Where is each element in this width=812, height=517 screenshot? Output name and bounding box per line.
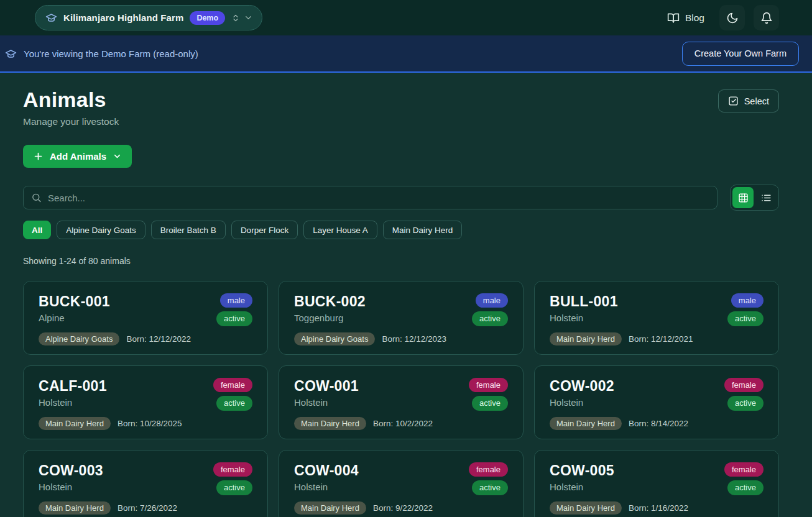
animal-breed: Toggenburg xyxy=(294,313,366,323)
theme-toggle-button[interactable] xyxy=(719,5,745,30)
blog-label: Blog xyxy=(685,12,704,24)
born-date: Born: 12/12/2022 xyxy=(126,334,191,344)
status-badge: active xyxy=(216,396,252,410)
filter-chip-label: Alpine Dairy Goats xyxy=(66,226,136,235)
sex-badge: female xyxy=(469,462,508,477)
filter-chip-label: Main Dairy Herd xyxy=(392,226,453,235)
check-square-icon xyxy=(728,96,739,106)
animal-card[interactable]: BUCK-001 Alpine male active Alpine Dairy… xyxy=(23,281,268,355)
page-title: Animals xyxy=(23,88,119,112)
graduation-cap-icon xyxy=(5,48,17,60)
animal-grid: BUCK-001 Alpine male active Alpine Dairy… xyxy=(23,281,779,517)
born-date: Born: 7/26/2022 xyxy=(118,503,177,513)
select-label: Select xyxy=(744,96,769,106)
status-badge: active xyxy=(472,480,508,495)
bell-icon xyxy=(760,12,773,24)
group-tag: Main Dairy Herd xyxy=(39,501,111,515)
sex-badge: female xyxy=(213,378,252,392)
animal-id: BUCK-002 xyxy=(294,293,366,310)
animal-id: COW-003 xyxy=(39,462,103,479)
graduation-cap-icon xyxy=(45,12,57,24)
status-badge: active xyxy=(216,311,252,326)
filter-chip[interactable]: Broiler Batch B xyxy=(151,221,226,239)
demo-banner: You're viewing the Demo Farm (read-only)… xyxy=(0,35,812,73)
blog-link[interactable]: Blog xyxy=(661,7,711,29)
filter-chip-label: All xyxy=(32,226,42,235)
search-input[interactable] xyxy=(23,186,717,209)
group-tag: Main Dairy Herd xyxy=(550,501,622,515)
filter-bar: All Alpine Dairy Goats Broiler Batch B D… xyxy=(23,221,779,239)
born-date: Born: 8/14/2022 xyxy=(629,419,688,428)
animal-card[interactable]: COW-004 Holstein female active Main Dair… xyxy=(279,450,524,517)
filter-chip[interactable]: Layer House A xyxy=(303,221,377,239)
list-icon xyxy=(761,193,772,203)
status-badge: active xyxy=(727,311,764,326)
animal-card[interactable]: COW-005 Holstein female active Main Dair… xyxy=(534,450,779,517)
animal-id: CALF-001 xyxy=(39,378,107,395)
filter-chip[interactable]: All xyxy=(23,221,51,239)
animal-breed: Holstein xyxy=(550,482,614,492)
animal-id: BULL-001 xyxy=(550,293,618,310)
filter-chip-label: Broiler Batch B xyxy=(160,226,216,235)
select-button[interactable]: Select xyxy=(718,89,779,112)
animal-breed: Holstein xyxy=(39,397,107,408)
animal-id: COW-005 xyxy=(550,462,614,479)
group-tag: Main Dairy Herd xyxy=(550,332,622,345)
chevrons-up-down-icon xyxy=(231,14,240,22)
status-badge: active xyxy=(727,480,764,495)
born-date: Born: 12/12/2023 xyxy=(382,334,446,344)
animal-breed: Holstein xyxy=(550,313,618,323)
top-navbar: Kilimanjaro Highland Farm Demo Blog xyxy=(0,0,812,35)
animal-breed: Holstein xyxy=(39,482,103,492)
grid-view-button[interactable] xyxy=(732,187,754,208)
sex-badge: male xyxy=(476,293,508,308)
status-badge: active xyxy=(472,311,508,326)
animal-id: COW-004 xyxy=(294,462,359,479)
animal-card[interactable]: COW-001 Holstein female active Main Dair… xyxy=(279,365,524,439)
group-tag: Alpine Dairy Goats xyxy=(294,332,375,345)
group-tag: Main Dairy Herd xyxy=(550,417,622,430)
notifications-button[interactable] xyxy=(754,5,779,30)
sex-badge: male xyxy=(220,293,252,308)
animal-breed: Holstein xyxy=(294,482,359,492)
animal-id: BUCK-001 xyxy=(39,293,110,310)
animal-card[interactable]: BUCK-002 Toggenburg male active Alpine D… xyxy=(279,281,524,355)
page-subtitle: Manage your livestock xyxy=(23,116,119,127)
filter-chip[interactable]: Dorper Flock xyxy=(231,221,298,239)
sex-badge: female xyxy=(213,462,252,477)
filter-chip[interactable]: Main Dairy Herd xyxy=(383,221,463,239)
create-your-own-farm-button[interactable]: Create Your Own Farm xyxy=(682,42,799,66)
animal-breed: Holstein xyxy=(550,397,614,408)
sex-badge: female xyxy=(724,378,764,392)
animal-card[interactable]: COW-003 Holstein female active Main Dair… xyxy=(23,450,268,517)
born-date: Born: 10/2/2022 xyxy=(373,419,433,428)
filter-chip-label: Layer House A xyxy=(313,226,368,235)
status-badge: active xyxy=(727,396,764,410)
animal-id: COW-002 xyxy=(550,378,614,395)
farm-name: Kilimanjaro Highland Farm xyxy=(63,12,183,23)
moon-icon xyxy=(726,12,739,24)
group-tag: Alpine Dairy Goats xyxy=(39,332,119,345)
animal-card[interactable]: COW-002 Holstein female active Main Dair… xyxy=(534,365,779,439)
group-tag: Main Dairy Herd xyxy=(39,417,111,430)
filter-chip[interactable]: Alpine Dairy Goats xyxy=(57,221,145,239)
list-view-button[interactable] xyxy=(755,187,777,208)
born-date: Born: 9/22/2022 xyxy=(373,503,433,513)
sex-badge: female xyxy=(469,378,508,392)
sex-badge: female xyxy=(724,462,764,477)
status-badge: active xyxy=(216,480,252,495)
plus-icon xyxy=(33,151,44,162)
banner-message: You're viewing the Demo Farm (read-only) xyxy=(24,48,198,59)
animal-card[interactable]: CALF-001 Holstein female active Main Dai… xyxy=(23,365,268,439)
add-animals-label: Add Animals xyxy=(50,151,106,162)
group-tag: Main Dairy Herd xyxy=(294,501,366,515)
status-badge: active xyxy=(472,396,508,410)
born-date: Born: 12/12/2021 xyxy=(629,334,693,344)
demo-badge: Demo xyxy=(190,11,225,25)
farm-switcher-button[interactable]: Kilimanjaro Highland Farm Demo xyxy=(35,5,262,30)
chevron-down-icon xyxy=(113,152,122,161)
add-animals-button[interactable]: Add Animals xyxy=(23,145,132,168)
animal-breed: Alpine xyxy=(39,313,110,323)
animal-id: COW-001 xyxy=(294,378,359,395)
animal-card[interactable]: BULL-001 Holstein male active Main Dairy… xyxy=(534,281,779,355)
